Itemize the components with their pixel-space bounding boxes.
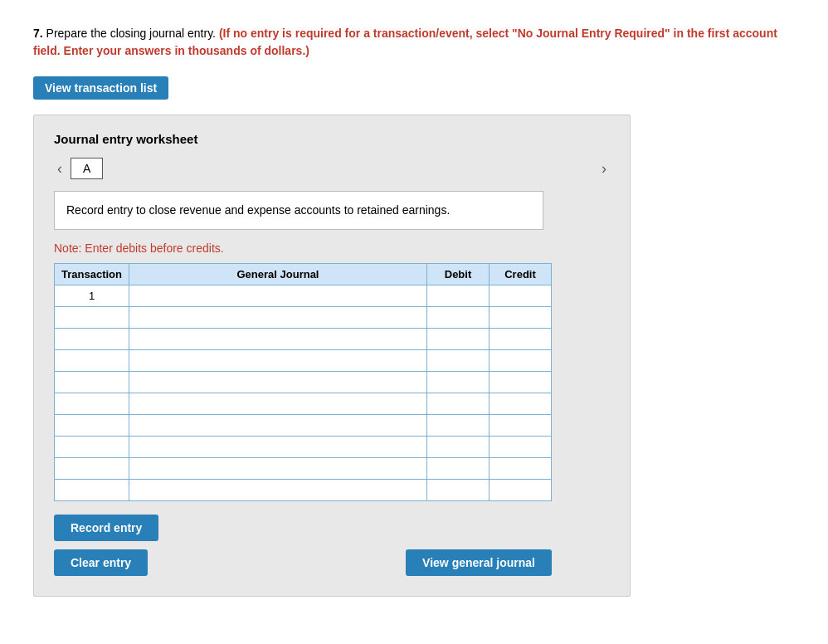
record-entry-button[interactable]: Record entry bbox=[54, 515, 158, 541]
debit-input[interactable] bbox=[427, 350, 489, 371]
general-journal-cell[interactable] bbox=[129, 415, 427, 437]
credit-cell[interactable] bbox=[489, 372, 552, 393]
question-header: 7. Prepare the closing journal entry. (I… bbox=[33, 25, 795, 60]
general-journal-input[interactable] bbox=[129, 458, 426, 479]
debit-cell[interactable] bbox=[427, 307, 489, 329]
general-journal-cell[interactable] bbox=[129, 437, 427, 458]
debit-cell[interactable] bbox=[427, 393, 489, 415]
description-text: Record entry to close revenue and expens… bbox=[66, 203, 450, 217]
general-journal-input[interactable] bbox=[129, 329, 426, 349]
transaction-cell bbox=[55, 393, 129, 415]
credit-cell[interactable] bbox=[489, 285, 552, 307]
credit-cell[interactable] bbox=[489, 415, 552, 437]
general-journal-cell[interactable] bbox=[129, 329, 427, 350]
general-journal-input[interactable] bbox=[129, 372, 426, 393]
debit-input[interactable] bbox=[427, 285, 489, 306]
table-row: 1 bbox=[55, 285, 552, 307]
debit-input[interactable] bbox=[427, 329, 489, 349]
transaction-cell bbox=[55, 372, 129, 393]
credit-input[interactable] bbox=[489, 372, 551, 393]
header-general-journal: General Journal bbox=[129, 264, 427, 285]
header-transaction: Transaction bbox=[55, 264, 129, 285]
debit-cell[interactable] bbox=[427, 458, 489, 480]
credit-cell[interactable] bbox=[489, 307, 552, 329]
credit-input[interactable] bbox=[489, 329, 551, 349]
general-journal-input[interactable] bbox=[129, 285, 426, 306]
general-journal-input[interactable] bbox=[129, 437, 426, 457]
credit-cell[interactable] bbox=[489, 480, 552, 501]
general-journal-cell[interactable] bbox=[129, 480, 427, 501]
general-journal-input[interactable] bbox=[129, 350, 426, 371]
worksheet-title: Journal entry worksheet bbox=[54, 132, 610, 146]
credit-cell[interactable] bbox=[489, 437, 552, 458]
table-row bbox=[55, 458, 552, 480]
debit-cell[interactable] bbox=[427, 285, 489, 307]
worksheet-container: Journal entry worksheet ‹ A › Record ent… bbox=[33, 115, 631, 597]
debit-cell[interactable] bbox=[427, 350, 489, 372]
header-debit: Debit bbox=[427, 264, 489, 285]
general-journal-input[interactable] bbox=[129, 415, 426, 436]
description-box: Record entry to close revenue and expens… bbox=[54, 191, 543, 230]
credit-cell[interactable] bbox=[489, 393, 552, 415]
debit-cell[interactable] bbox=[427, 329, 489, 350]
debit-cell[interactable] bbox=[427, 415, 489, 437]
transaction-cell bbox=[55, 437, 129, 458]
question-number: 7. bbox=[33, 27, 43, 40]
credit-cell[interactable] bbox=[489, 329, 552, 350]
transaction-cell bbox=[55, 329, 129, 350]
general-journal-cell[interactable] bbox=[129, 307, 427, 329]
table-row bbox=[55, 437, 552, 458]
transaction-cell: 1 bbox=[55, 285, 129, 307]
credit-input[interactable] bbox=[489, 437, 551, 457]
credit-cell[interactable] bbox=[489, 350, 552, 372]
transaction-cell bbox=[55, 307, 129, 329]
general-journal-cell[interactable] bbox=[129, 458, 427, 480]
header-credit: Credit bbox=[489, 264, 552, 285]
transaction-cell bbox=[55, 350, 129, 372]
credit-input[interactable] bbox=[489, 458, 551, 479]
debit-cell[interactable] bbox=[427, 372, 489, 393]
credit-input[interactable] bbox=[489, 393, 551, 414]
table-row bbox=[55, 350, 552, 372]
general-journal-cell[interactable] bbox=[129, 285, 427, 307]
credit-cell[interactable] bbox=[489, 458, 552, 480]
debit-input[interactable] bbox=[427, 415, 489, 436]
credit-input[interactable] bbox=[489, 350, 551, 371]
nav-right-arrow[interactable]: › bbox=[598, 160, 610, 178]
view-general-journal-button[interactable]: View general journal bbox=[406, 549, 552, 576]
credit-input[interactable] bbox=[489, 285, 551, 306]
general-journal-cell[interactable] bbox=[129, 350, 427, 372]
credit-input[interactable] bbox=[489, 480, 551, 500]
view-transaction-button[interactable]: View transaction list bbox=[33, 76, 168, 100]
general-journal-cell[interactable] bbox=[129, 372, 427, 393]
debit-cell[interactable] bbox=[427, 437, 489, 458]
debit-input[interactable] bbox=[427, 372, 489, 393]
transaction-cell bbox=[55, 458, 129, 480]
general-journal-input[interactable] bbox=[129, 480, 426, 500]
general-journal-cell[interactable] bbox=[129, 393, 427, 415]
general-journal-input[interactable] bbox=[129, 307, 426, 328]
tab-a[interactable]: A bbox=[71, 158, 103, 179]
table-row bbox=[55, 480, 552, 501]
debit-input[interactable] bbox=[427, 480, 489, 500]
transaction-cell bbox=[55, 415, 129, 437]
nav-left-arrow[interactable]: ‹ bbox=[54, 160, 66, 178]
note-text: Note: Enter debits before credits. bbox=[54, 242, 610, 255]
general-journal-input[interactable] bbox=[129, 393, 426, 414]
debit-input[interactable] bbox=[427, 458, 489, 479]
table-row bbox=[55, 307, 552, 329]
debit-input[interactable] bbox=[427, 437, 489, 457]
table-row bbox=[55, 415, 552, 437]
debit-cell[interactable] bbox=[427, 480, 489, 501]
question-main-text: Prepare the closing journal entry. bbox=[46, 27, 216, 40]
transaction-cell bbox=[55, 480, 129, 501]
debit-input[interactable] bbox=[427, 307, 489, 328]
tab-navigation: ‹ A › bbox=[54, 158, 610, 179]
table-row bbox=[55, 393, 552, 415]
credit-input[interactable] bbox=[489, 415, 551, 436]
credit-input[interactable] bbox=[489, 307, 551, 328]
clear-entry-button[interactable]: Clear entry bbox=[54, 549, 148, 576]
table-row bbox=[55, 329, 552, 350]
table-row bbox=[55, 372, 552, 393]
debit-input[interactable] bbox=[427, 393, 489, 414]
